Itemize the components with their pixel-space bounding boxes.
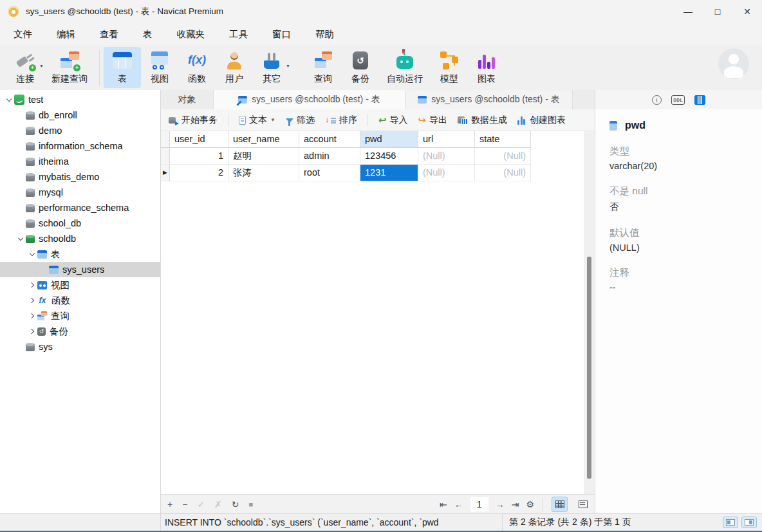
tree-item-demo[interactable]: demo bbox=[0, 123, 160, 138]
users-button[interactable]: 用户 bbox=[216, 47, 253, 88]
minimize-button[interactable]: — bbox=[673, 0, 703, 23]
tree-item-mybatis-demo[interactable]: mybatis_demo bbox=[0, 169, 160, 185]
cell-user-name[interactable]: 张涛 bbox=[228, 165, 299, 181]
column-header-pwd[interactable]: pwd bbox=[360, 131, 418, 148]
tree-item-mysql[interactable]: mysql bbox=[0, 185, 160, 200]
tree-item-itheima[interactable]: itheima bbox=[0, 154, 160, 169]
expand-arrow-icon[interactable] bbox=[27, 329, 37, 333]
expand-arrow-icon[interactable] bbox=[27, 253, 37, 255]
sort-button[interactable]: 排序 bbox=[322, 115, 360, 126]
column-header-url[interactable]: url bbox=[418, 131, 475, 148]
expand-arrow-icon[interactable] bbox=[15, 237, 26, 240]
cell-account[interactable]: admin bbox=[299, 148, 360, 165]
tree-item-sys[interactable]: sys bbox=[0, 339, 160, 354]
chevron-down-icon[interactable]: ▼ bbox=[270, 117, 275, 123]
vertical-scrollbar[interactable] bbox=[584, 131, 595, 494]
text-mode-button[interactable]: 文本 ▼ bbox=[236, 115, 278, 126]
last-page-button[interactable]: ⇥ bbox=[512, 499, 519, 509]
export-button[interactable]: 导出 bbox=[416, 115, 451, 126]
connection-button[interactable]: 连接 ▼ bbox=[6, 47, 44, 88]
grid-view-button[interactable] bbox=[552, 497, 568, 512]
model-button[interactable]: 模型 bbox=[431, 47, 468, 88]
charts-button[interactable]: 图表 bbox=[468, 47, 505, 88]
page-settings-icon[interactable]: ⚙ bbox=[526, 499, 534, 509]
tree-item-test[interactable]: test bbox=[0, 92, 160, 107]
menu-edit[interactable]: 编辑 bbox=[44, 23, 88, 45]
tree-item-db-enroll[interactable]: db_enroll bbox=[0, 107, 160, 123]
current-row-marker[interactable]: ▶ bbox=[161, 165, 170, 181]
tree-item-views[interactable]: 视图 bbox=[0, 277, 160, 293]
cell-pwd[interactable]: 123456 bbox=[360, 148, 418, 165]
cell-pwd-selected[interactable]: 1231 bbox=[360, 165, 418, 181]
tree-item-information-schema[interactable]: information_schema bbox=[0, 138, 160, 154]
delete-record-button[interactable]: − bbox=[182, 499, 187, 509]
cell-state[interactable]: (Null) bbox=[475, 148, 531, 165]
discard-changes-button[interactable]: ✗ bbox=[214, 499, 222, 509]
cell-url[interactable]: (Null) bbox=[418, 148, 475, 165]
next-page-button[interactable]: → bbox=[496, 499, 505, 509]
menu-table[interactable]: 表 bbox=[131, 23, 165, 45]
menu-file[interactable]: 文件 bbox=[1, 23, 44, 45]
expand-arrow-icon[interactable] bbox=[27, 283, 37, 287]
cell-user-id[interactable]: 1 bbox=[170, 148, 228, 165]
chevron-down-icon[interactable]: ▼ bbox=[39, 64, 44, 68]
column-header-user-name[interactable]: user_name bbox=[228, 131, 299, 148]
ddl-icon[interactable] bbox=[671, 95, 685, 105]
tree-item-backups[interactable]: 备份 bbox=[0, 324, 160, 339]
column-header-user-id[interactable]: user_id bbox=[170, 131, 228, 148]
close-button[interactable]: ✕ bbox=[732, 0, 762, 23]
tables-button[interactable]: 表 bbox=[104, 47, 141, 88]
new-query-button[interactable]: 新建查询 bbox=[44, 47, 95, 88]
tree-item-tables[interactable]: 表 bbox=[0, 246, 160, 262]
backup-button[interactable]: 备份 bbox=[342, 47, 379, 88]
form-view-button[interactable] bbox=[575, 497, 591, 512]
others-button[interactable]: 其它 ▼ bbox=[253, 47, 290, 88]
menu-window[interactable]: 窗口 bbox=[260, 23, 303, 45]
column-header-account[interactable]: account bbox=[299, 131, 360, 148]
expand-arrow-icon[interactable] bbox=[27, 314, 37, 318]
tab-sys-users-active[interactable]: sys_users @schooldb (test) - 表 bbox=[214, 90, 405, 109]
current-page-input[interactable]: 1 bbox=[470, 497, 488, 511]
row-marker[interactable] bbox=[161, 148, 170, 165]
functions-button[interactable]: f(x) 函数 bbox=[178, 47, 216, 88]
cell-state[interactable]: (Null) bbox=[475, 165, 531, 181]
tree-item-sys-users[interactable]: sys_users bbox=[0, 262, 160, 277]
tree-item-functions[interactable]: fx 函数 bbox=[0, 293, 160, 308]
query-button[interactable]: 查询 bbox=[304, 47, 342, 88]
refresh-button[interactable]: ↻ bbox=[232, 499, 239, 509]
column-header-state[interactable]: state bbox=[475, 131, 531, 148]
scrollbar-thumb[interactable] bbox=[587, 257, 591, 479]
tree-item-queries[interactable]: 查询 bbox=[0, 308, 160, 324]
tree-item-performance-schema[interactable]: performance_schema bbox=[0, 200, 160, 216]
stop-button[interactable]: ■ bbox=[249, 500, 254, 508]
import-button[interactable]: 导入 bbox=[376, 115, 411, 126]
begin-transaction-button[interactable]: 开始事务 bbox=[166, 115, 220, 126]
tree-item-school-db[interactable]: school_db bbox=[0, 216, 160, 231]
expand-arrow-icon[interactable] bbox=[27, 298, 37, 302]
toggle-right-panel-button[interactable] bbox=[741, 517, 757, 528]
views-button[interactable]: 视图 bbox=[141, 47, 178, 88]
info-icon[interactable] bbox=[652, 95, 662, 105]
tree-item-schooldb[interactable]: schooldb bbox=[0, 231, 160, 246]
menu-favorites[interactable]: 收藏夹 bbox=[165, 23, 218, 45]
cell-url[interactable]: (Null) bbox=[418, 165, 475, 181]
user-avatar[interactable] bbox=[718, 48, 749, 79]
tab-sys-users[interactable]: sys_users @schooldb (test) - 表 bbox=[405, 90, 573, 109]
menu-tools[interactable]: 工具 bbox=[217, 23, 260, 45]
cell-user-name[interactable]: 赵明 bbox=[228, 148, 299, 165]
apply-changes-button[interactable]: ✓ bbox=[197, 499, 205, 509]
columns-icon[interactable] bbox=[694, 95, 705, 105]
previous-page-button[interactable]: ← bbox=[454, 499, 463, 509]
cell-account[interactable]: root bbox=[299, 165, 360, 181]
cell-user-id[interactable]: 2 bbox=[170, 165, 228, 181]
menu-view[interactable]: 查看 bbox=[88, 23, 131, 45]
toggle-left-panel-button[interactable] bbox=[723, 517, 738, 528]
data-generation-button[interactable]: 数据生成 bbox=[455, 115, 510, 126]
automation-button[interactable]: 自动运行 bbox=[379, 47, 431, 88]
create-chart-button[interactable]: 创建图表 bbox=[515, 115, 568, 126]
chevron-down-icon[interactable]: ▼ bbox=[286, 64, 290, 68]
first-page-button[interactable]: ⇤ bbox=[440, 499, 447, 509]
filter-button[interactable]: 筛选 bbox=[283, 114, 317, 127]
add-record-button[interactable]: + bbox=[167, 499, 172, 509]
maximize-button[interactable]: □ bbox=[703, 0, 732, 23]
